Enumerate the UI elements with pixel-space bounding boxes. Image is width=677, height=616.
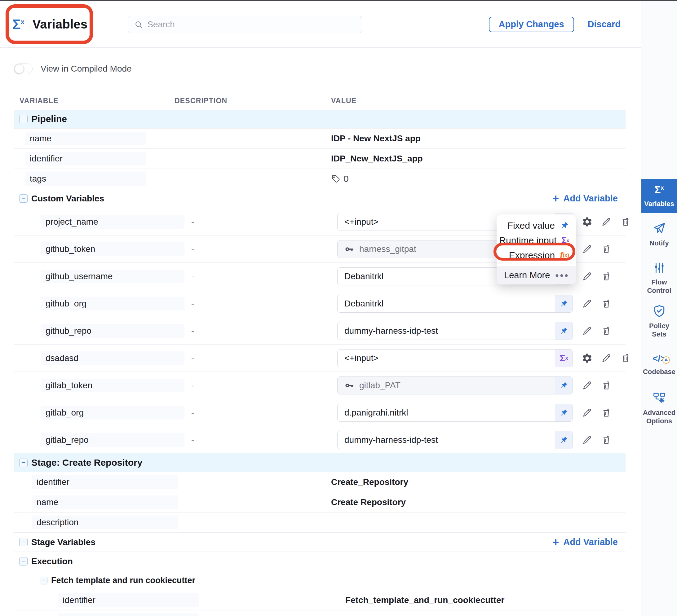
edit-pencil-icon[interactable] <box>582 244 593 255</box>
delete-trash-icon[interactable] <box>601 407 612 418</box>
column-variable: VARIABLE <box>19 97 58 105</box>
table-row: dsadasd - <+input> Σx <box>14 344 626 372</box>
variable-name-pill: github_org <box>41 297 184 311</box>
edit-pencil-icon[interactable] <box>582 298 593 309</box>
add-variable-button[interactable]: + Add Variable <box>552 537 618 547</box>
variable-value: Fetch_template_and_run_cookiecutter <box>345 595 505 605</box>
gear-icon[interactable] <box>582 352 593 364</box>
secret-value-input[interactable]: gitlab_PAT <box>337 376 573 394</box>
variable-name-pill: identifier <box>58 594 199 607</box>
plus-icon: + <box>552 194 559 203</box>
pin-icon[interactable] <box>555 404 573 421</box>
table-row: description <box>14 512 626 532</box>
variables-table: − Pipeline name IDP - New NextJS app ide… <box>14 110 626 616</box>
edit-pencil-icon[interactable] <box>582 325 593 336</box>
nav-tab-codebase[interactable]: </> Codebase <box>641 343 677 386</box>
variable-name-pill: github_username <box>41 270 184 283</box>
delete-trash-icon[interactable] <box>601 271 612 282</box>
variable-value: Create_Repository <box>331 477 408 487</box>
collapse-icon[interactable]: − <box>40 577 47 584</box>
sigma-x-icon: Σx <box>655 184 664 196</box>
table-row: identifier Fetch_template_and_run_cookie… <box>14 590 626 610</box>
variable-name-pill: github_token <box>41 242 184 256</box>
edit-pencil-icon[interactable] <box>582 407 593 418</box>
variables-panel: Σx Variables Apply Changes Discard View … <box>0 1 641 616</box>
pin-icon[interactable] <box>555 377 573 394</box>
stage-variables-header: − Stage Variables + Add Variable <box>14 532 626 552</box>
column-description: DESCRIPTION <box>175 97 227 105</box>
value-input[interactable]: dummy-harness-idp-test <box>337 431 573 449</box>
execution-header: − Execution <box>14 552 626 571</box>
shield-check-icon <box>652 304 666 318</box>
collapse-icon[interactable]: − <box>19 538 28 546</box>
table-row: name IDP - New NextJS app <box>14 128 626 148</box>
compiled-mode-toggle[interactable] <box>14 63 33 74</box>
tags-count: 0 <box>344 174 349 184</box>
delete-trash-icon[interactable] <box>601 434 612 445</box>
nav-tab-variables[interactable]: Σx Variables <box>641 179 677 213</box>
key-icon <box>345 380 354 390</box>
menu-item-runtime-input[interactable]: Runtime input Σx <box>497 233 576 248</box>
collapse-icon[interactable]: − <box>19 557 28 566</box>
expression-fx-icon: f(x) <box>560 250 569 260</box>
delete-trash-icon[interactable] <box>601 298 612 309</box>
value-input[interactable]: d.panigrahi.nitrkl <box>337 404 573 422</box>
runtime-input-icon[interactable]: Σx <box>555 349 573 367</box>
delete-trash-icon[interactable] <box>620 216 631 228</box>
learn-more-item[interactable]: Learn More ●●● <box>497 266 576 284</box>
toggle-knob <box>14 64 24 74</box>
delete-trash-icon[interactable] <box>601 325 612 336</box>
collapse-icon[interactable]: − <box>19 115 28 123</box>
variable-name-pill: identifier <box>25 152 146 165</box>
menu-item-fixed-value[interactable]: Fixed value <box>497 218 576 233</box>
nav-tab-advanced-options[interactable]: Advanced Options <box>641 386 677 430</box>
search-icon <box>134 20 143 29</box>
search-box[interactable] <box>128 16 362 33</box>
add-variable-button[interactable]: + Add Variable <box>552 193 618 203</box>
table-header: VARIABLE DESCRIPTION VALUE <box>14 95 626 107</box>
variable-name-pill: github_repo <box>41 324 184 338</box>
custom-variables-header: − Custom Variables + Add Variable <box>14 189 626 208</box>
variable-value: Create Repository <box>331 497 406 507</box>
collapse-icon[interactable]: − <box>19 194 28 203</box>
edit-pencil-icon[interactable] <box>582 271 593 282</box>
variable-value: IDP_New_NextJS_app <box>331 154 423 163</box>
variable-name-pill: tags <box>25 172 146 186</box>
nav-tab-flow-control[interactable]: Flow Control <box>641 256 677 300</box>
value-input[interactable]: <+input> Σx <box>337 349 573 367</box>
apply-changes-button[interactable]: Apply Changes <box>489 17 574 32</box>
delete-trash-icon[interactable] <box>601 380 612 391</box>
table-row: github_org - Debanitrkl <box>14 290 626 317</box>
nav-tab-notify[interactable]: Notify <box>641 213 677 256</box>
panel-header: Σx Variables Apply Changes Discard <box>0 1 641 48</box>
value-input[interactable]: dummy-harness-idp-test <box>337 322 573 340</box>
pin-icon[interactable] <box>555 295 573 312</box>
table-row: gitlab_org - d.panigrahi.nitrkl <box>14 399 626 426</box>
edit-pencil-icon[interactable] <box>601 216 612 228</box>
edit-pencil-icon[interactable] <box>582 380 593 391</box>
delete-trash-icon[interactable] <box>601 244 612 255</box>
key-icon <box>345 244 354 254</box>
pin-icon[interactable] <box>555 431 573 449</box>
table-row-clipped <box>14 610 626 616</box>
table-row: tags 0 <box>14 169 626 189</box>
pin-icon[interactable] <box>555 322 573 340</box>
table-row: identifier IDP_New_NextJS_app <box>14 148 626 169</box>
variable-name-pill: identifier <box>32 475 178 489</box>
variable-name-pill: name <box>25 132 146 145</box>
value-input[interactable]: Debanitrkl <box>337 295 573 313</box>
nav-tab-policy-sets[interactable]: Policy Sets <box>641 300 677 343</box>
table-row: name Create Repository <box>14 492 626 512</box>
edit-pencil-icon[interactable] <box>582 434 593 445</box>
value-type-menu: Fixed value Runtime input Σx Expression … <box>497 215 576 284</box>
collapse-icon[interactable]: − <box>19 459 28 467</box>
table-row: identifier Create_Repository <box>14 472 626 492</box>
edit-pencil-icon[interactable] <box>601 352 612 364</box>
search-input[interactable] <box>147 19 356 30</box>
gear-icon[interactable] <box>582 216 593 228</box>
section-header-stage: − Stage: Create Repository <box>14 453 626 472</box>
delete-trash-icon[interactable] <box>620 352 631 364</box>
menu-item-expression[interactable]: Expression f(x) <box>497 248 576 263</box>
discard-button[interactable]: Discard <box>588 19 621 30</box>
column-value: VALUE <box>331 97 357 105</box>
